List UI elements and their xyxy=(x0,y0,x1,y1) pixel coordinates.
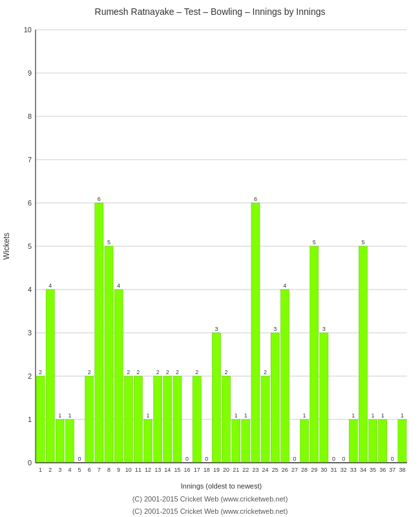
svg-text:8: 8 xyxy=(28,112,32,120)
svg-text:1: 1 xyxy=(68,412,71,419)
svg-text:8: 8 xyxy=(107,467,110,473)
svg-text:23: 23 xyxy=(252,467,258,473)
svg-rect-33 xyxy=(65,419,74,463)
svg-text:3: 3 xyxy=(273,326,277,332)
svg-rect-93 xyxy=(271,333,279,463)
svg-text:17: 17 xyxy=(194,467,200,473)
svg-text:5: 5 xyxy=(313,239,316,246)
svg-rect-87 xyxy=(251,203,260,463)
svg-text:5: 5 xyxy=(78,467,81,473)
svg-text:7: 7 xyxy=(98,467,101,473)
svg-text:1: 1 xyxy=(39,467,42,473)
svg-text:4: 4 xyxy=(48,282,52,289)
svg-rect-78 xyxy=(222,376,231,463)
svg-text:9: 9 xyxy=(117,467,120,473)
svg-rect-47 xyxy=(114,290,123,463)
svg-text:2: 2 xyxy=(88,369,91,375)
svg-text:(C) 2001-2015 Cricket Web (www: (C) 2001-2015 Cricket Web (www.cricketwe… xyxy=(132,495,288,503)
svg-text:2: 2 xyxy=(48,467,52,473)
svg-text:10: 10 xyxy=(24,26,32,34)
svg-text:3: 3 xyxy=(215,326,218,332)
svg-text:2: 2 xyxy=(127,369,130,375)
svg-text:2: 2 xyxy=(264,369,267,375)
svg-text:0: 0 xyxy=(28,459,32,467)
svg-text:1: 1 xyxy=(58,412,61,419)
svg-rect-59 xyxy=(154,376,162,463)
svg-text:Innings (oldest to newest): Innings (oldest to newest) xyxy=(181,482,262,490)
svg-text:18: 18 xyxy=(204,467,210,473)
svg-rect-120 xyxy=(368,419,377,463)
svg-rect-104 xyxy=(310,246,319,463)
svg-text:0: 0 xyxy=(332,456,335,462)
svg-text:0: 0 xyxy=(78,456,81,462)
svg-text:3: 3 xyxy=(58,467,61,473)
svg-text:2: 2 xyxy=(195,369,198,375)
svg-text:2: 2 xyxy=(156,369,160,375)
svg-text:19: 19 xyxy=(213,467,220,473)
svg-text:31: 31 xyxy=(331,467,337,473)
svg-rect-62 xyxy=(163,376,172,463)
svg-text:12: 12 xyxy=(145,467,151,473)
chart-container: Rumesh Ratnayake – Test – Bowling – Inni… xyxy=(0,0,420,517)
svg-rect-65 xyxy=(173,376,182,463)
svg-text:7: 7 xyxy=(28,156,32,164)
svg-text:15: 15 xyxy=(174,467,180,473)
svg-text:2: 2 xyxy=(136,369,140,375)
svg-text:34: 34 xyxy=(360,467,366,473)
svg-text:1: 1 xyxy=(372,412,375,419)
svg-text:0: 0 xyxy=(205,456,208,462)
svg-text:24: 24 xyxy=(262,467,269,473)
svg-text:16: 16 xyxy=(184,467,191,473)
svg-rect-90 xyxy=(261,376,269,463)
svg-text:6: 6 xyxy=(28,199,32,207)
svg-rect-107 xyxy=(320,333,328,463)
svg-text:2: 2 xyxy=(28,372,32,380)
svg-rect-96 xyxy=(280,290,289,463)
svg-text:37: 37 xyxy=(389,467,395,473)
svg-text:0: 0 xyxy=(185,456,189,462)
svg-text:11: 11 xyxy=(135,467,142,473)
svg-text:1: 1 xyxy=(352,412,355,419)
svg-rect-27 xyxy=(46,290,54,463)
svg-rect-50 xyxy=(124,376,132,463)
svg-text:4: 4 xyxy=(68,467,71,473)
svg-text:14: 14 xyxy=(164,467,171,473)
svg-text:1: 1 xyxy=(303,412,306,419)
svg-text:29: 29 xyxy=(311,467,317,473)
svg-rect-123 xyxy=(379,419,387,463)
svg-text:9: 9 xyxy=(28,69,32,77)
svg-rect-75 xyxy=(212,333,220,463)
svg-text:1: 1 xyxy=(28,416,32,423)
svg-rect-24 xyxy=(36,376,45,463)
svg-rect-128 xyxy=(398,419,406,463)
svg-rect-53 xyxy=(134,376,142,463)
svg-rect-81 xyxy=(232,419,240,463)
svg-text:2: 2 xyxy=(39,369,42,375)
svg-rect-114 xyxy=(349,419,357,463)
svg-text:28: 28 xyxy=(301,467,308,473)
svg-text:0: 0 xyxy=(342,456,345,462)
svg-text:27: 27 xyxy=(291,467,298,473)
svg-text:10: 10 xyxy=(125,467,132,473)
svg-text:30: 30 xyxy=(320,467,327,473)
svg-rect-41 xyxy=(95,203,103,463)
svg-text:6: 6 xyxy=(88,467,91,473)
svg-text:5: 5 xyxy=(28,242,32,250)
svg-text:0: 0 xyxy=(293,456,296,462)
svg-text:1: 1 xyxy=(381,412,384,419)
svg-text:4: 4 xyxy=(28,286,32,293)
svg-rect-44 xyxy=(105,246,113,463)
svg-text:13: 13 xyxy=(154,467,161,473)
svg-text:2: 2 xyxy=(225,369,228,375)
svg-text:22: 22 xyxy=(242,467,249,473)
svg-text:33: 33 xyxy=(350,467,357,473)
svg-text:6: 6 xyxy=(98,196,101,202)
svg-rect-38 xyxy=(85,376,94,463)
svg-text:3: 3 xyxy=(28,329,32,337)
svg-rect-101 xyxy=(300,419,309,463)
svg-text:36: 36 xyxy=(379,467,386,473)
svg-text:38: 38 xyxy=(399,467,405,473)
svg-text:6: 6 xyxy=(254,196,257,202)
chart-title: Rumesh Ratnayake – Test – Bowling – Inni… xyxy=(0,0,420,20)
bar-chart: 012345678910Wickets214213140526675849210… xyxy=(0,20,420,505)
